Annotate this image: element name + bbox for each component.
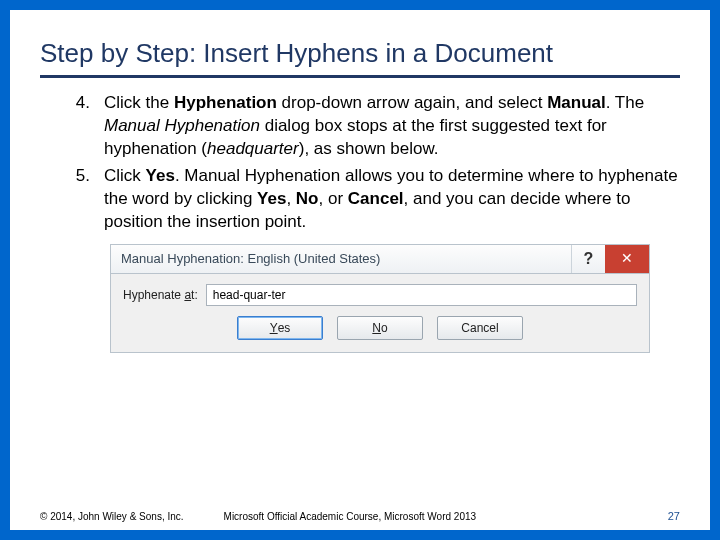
list-text: Click Yes. Manual Hyphenation allows you… bbox=[104, 165, 680, 234]
content-body: 4.Click the Hyphenation drop-down arrow … bbox=[40, 92, 680, 353]
slide: Step by Step: Insert Hyphens in a Docume… bbox=[10, 10, 710, 530]
close-icon[interactable]: ✕ bbox=[605, 245, 649, 273]
no-button[interactable]: No bbox=[337, 316, 423, 340]
list-text: Click the Hyphenation drop-down arrow ag… bbox=[104, 92, 680, 161]
list-number: 5. bbox=[68, 165, 104, 234]
help-icon[interactable]: ? bbox=[571, 245, 605, 273]
page-number: 27 bbox=[668, 510, 680, 522]
hyphenate-row: Hyphenate at: bbox=[123, 284, 637, 306]
yes-button[interactable]: Yes bbox=[237, 316, 323, 340]
dialog-title-text: Manual Hyphenation: English (United Stat… bbox=[121, 250, 571, 268]
dialog-body: Hyphenate at: Yes No Cancel bbox=[110, 274, 650, 353]
copyright: © 2014, John Wiley & Sons, Inc. bbox=[40, 511, 184, 522]
list-number: 4. bbox=[68, 92, 104, 161]
hyphenation-dialog: Manual Hyphenation: English (United Stat… bbox=[110, 244, 650, 353]
list-item: 5.Click Yes. Manual Hyphenation allows y… bbox=[40, 165, 680, 234]
list-item: 4.Click the Hyphenation drop-down arrow … bbox=[40, 92, 680, 161]
page-title: Step by Step: Insert Hyphens in a Docume… bbox=[40, 38, 680, 78]
dialog-buttons: Yes No Cancel bbox=[123, 316, 637, 340]
footer: © 2014, John Wiley & Sons, Inc. Microsof… bbox=[40, 510, 680, 522]
dialog-titlebar: Manual Hyphenation: English (United Stat… bbox=[110, 244, 650, 274]
hyphenate-input[interactable] bbox=[206, 284, 637, 306]
hyphenate-label: Hyphenate at: bbox=[123, 287, 198, 303]
cancel-button[interactable]: Cancel bbox=[437, 316, 523, 340]
footer-center: Microsoft Official Academic Course, Micr… bbox=[224, 511, 668, 522]
